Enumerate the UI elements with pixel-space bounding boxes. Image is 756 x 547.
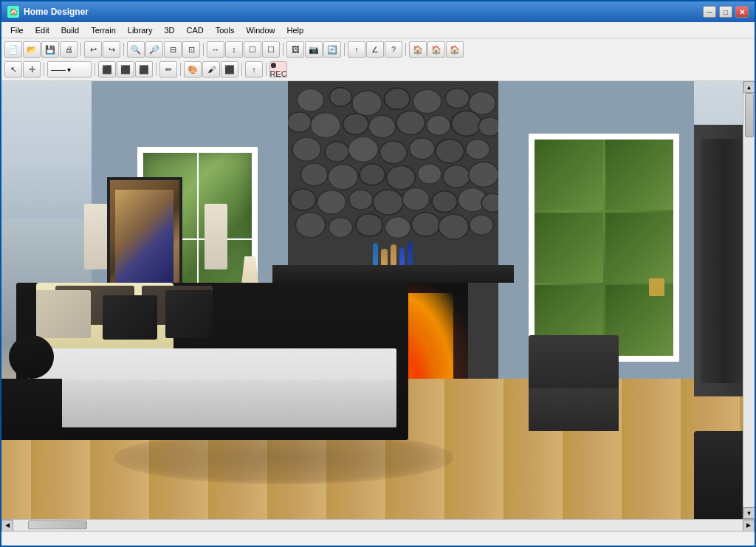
redo-button[interactable]: ↪ (103, 41, 120, 58)
dimension-button[interactable]: ↑ (245, 61, 263, 78)
select-arrow-button[interactable]: ↖ (4, 61, 22, 78)
color-button[interactable]: 🎨 (184, 61, 202, 78)
zoom-select-button[interactable]: ⊡ (182, 41, 200, 58)
title-bar-left: 🏠 Home Designer (7, 6, 89, 18)
svg-point-36 (290, 189, 316, 210)
separator-8 (94, 63, 95, 76)
menu-library[interactable]: Library (122, 24, 159, 36)
svg-point-40 (402, 188, 430, 210)
camera-button[interactable]: 📷 (305, 41, 323, 58)
wall-sconce-left (84, 204, 107, 269)
menu-terrain[interactable]: Terrain (85, 24, 122, 36)
blanket (28, 380, 396, 427)
house-button-1[interactable]: 🏠 (409, 41, 427, 58)
menu-3d[interactable]: 3D (158, 24, 180, 36)
scroll-up-button[interactable]: ▲ (743, 81, 755, 93)
angle-button[interactable]: ∠ (366, 41, 384, 58)
3d-viewport[interactable]: ▲ ▼ (1, 81, 755, 519)
separator-5 (344, 43, 345, 56)
menu-help[interactable]: Help (281, 24, 310, 36)
toolbar-row-1: 📄 📂 💾 🖨 ↩ ↪ 🔍 🔎 ⊟ ⊡ ↔ ↕ ☐ ☐ 🖼 📷 🔄 ↑ ∠ ? (4, 40, 752, 59)
wall-type-dropdown[interactable]: —— ▾ (47, 61, 92, 78)
svg-point-32 (386, 165, 415, 189)
svg-point-17 (368, 115, 396, 138)
zoom-out-button[interactable]: 🔎 (145, 41, 163, 58)
separator-12 (266, 63, 267, 76)
vase-5 (408, 241, 413, 265)
separator-6 (405, 43, 406, 56)
zoom-in-button[interactable]: 🔍 (127, 41, 145, 58)
svg-point-39 (373, 190, 403, 215)
scroll-down-button[interactable]: ▼ (743, 507, 755, 519)
new-button[interactable]: 📄 (4, 41, 22, 58)
menu-window[interactable]: Window (240, 24, 281, 36)
move-button[interactable]: ✛ (23, 61, 41, 78)
menu-edit[interactable]: Edit (30, 24, 55, 36)
separator-7 (44, 63, 44, 76)
main-window: 🏠 Home Designer ─ □ ✕ File Edit Build Te… (0, 0, 756, 547)
scroll-track[interactable] (743, 93, 755, 507)
close-button[interactable]: ✕ (735, 6, 749, 18)
svg-point-34 (443, 165, 470, 188)
draw-floor-button[interactable]: ⬛ (135, 61, 153, 78)
svg-point-37 (317, 190, 346, 214)
svg-point-23 (325, 142, 349, 162)
maximize-button[interactable]: □ (719, 6, 732, 18)
house-button-3[interactable]: 🏠 (446, 41, 464, 58)
draw-wall-button[interactable]: ⬛ (98, 61, 116, 78)
help-button[interactable]: ? (385, 41, 402, 58)
menu-build[interactable]: Build (55, 24, 85, 36)
bed (16, 265, 408, 440)
svg-point-25 (379, 141, 407, 164)
arrow-button[interactable]: ↑ (348, 41, 365, 58)
svg-point-41 (431, 191, 457, 213)
svg-point-27 (436, 140, 464, 163)
pillow-2 (103, 295, 157, 340)
open-button[interactable]: 📂 (23, 41, 41, 58)
svg-point-29 (300, 163, 328, 186)
h-scroll-thumb[interactable] (28, 520, 87, 529)
orbit-button[interactable]: 🔄 (323, 41, 341, 58)
scroll-thumb[interactable] (745, 93, 754, 137)
window-title: Home Designer (24, 7, 89, 17)
pillow-1 (36, 290, 91, 337)
scroll-left-button[interactable]: ◀ (1, 520, 13, 531)
horizontal-scrollbar[interactable]: ◀ ▶ (1, 519, 755, 531)
svg-point-38 (348, 190, 373, 210)
save-button[interactable]: 💾 (41, 41, 59, 58)
window-grid (535, 140, 673, 355)
pan-v-button[interactable]: ↕ (225, 41, 243, 58)
select-button[interactable]: ☐ (244, 41, 261, 58)
armchair (529, 335, 619, 431)
pencil-button[interactable]: ✏ (159, 61, 177, 78)
pan-button[interactable]: ↔ (207, 41, 224, 58)
fill-button[interactable]: 🖌 (202, 61, 220, 78)
undo-button[interactable]: ↩ (84, 41, 102, 58)
svg-point-26 (409, 138, 435, 159)
vase-1 (373, 243, 378, 265)
vertical-scrollbar[interactable]: ▲ ▼ (743, 81, 755, 519)
pillow-3 (165, 290, 213, 337)
room-scene (1, 81, 755, 519)
rotate-button[interactable]: ☐ (262, 41, 280, 58)
svg-point-19 (426, 115, 450, 135)
pattern-button[interactable]: ⬛ (221, 61, 238, 78)
svg-point-22 (292, 137, 321, 161)
zoom-fit-button[interactable]: ⊟ (164, 41, 182, 58)
menu-tools[interactable]: Tools (210, 24, 241, 36)
house-button-2[interactable]: 🏠 (427, 41, 445, 58)
separator-1 (80, 43, 81, 56)
svg-point-10 (384, 88, 410, 109)
draw-room-button[interactable]: ⬛ (117, 61, 134, 78)
minimize-button[interactable]: ─ (703, 6, 716, 18)
print-button[interactable]: 🖨 (60, 41, 78, 58)
view3d-button[interactable]: 🖼 (286, 41, 304, 58)
door-handle (649, 278, 664, 296)
record-button[interactable]: ⏺ REC (269, 61, 287, 78)
menu-cad[interactable]: CAD (180, 24, 209, 36)
vase-2 (381, 249, 388, 265)
toolbar-area: 📄 📂 💾 🖨 ↩ ↪ 🔍 🔎 ⊟ ⊡ ↔ ↕ ☐ ☐ 🖼 📷 🔄 ↑ ∠ ? (1, 38, 755, 81)
h-scroll-track[interactable] (13, 520, 743, 531)
scroll-right-button[interactable]: ▶ (743, 520, 755, 531)
menu-file[interactable]: File (4, 24, 30, 36)
